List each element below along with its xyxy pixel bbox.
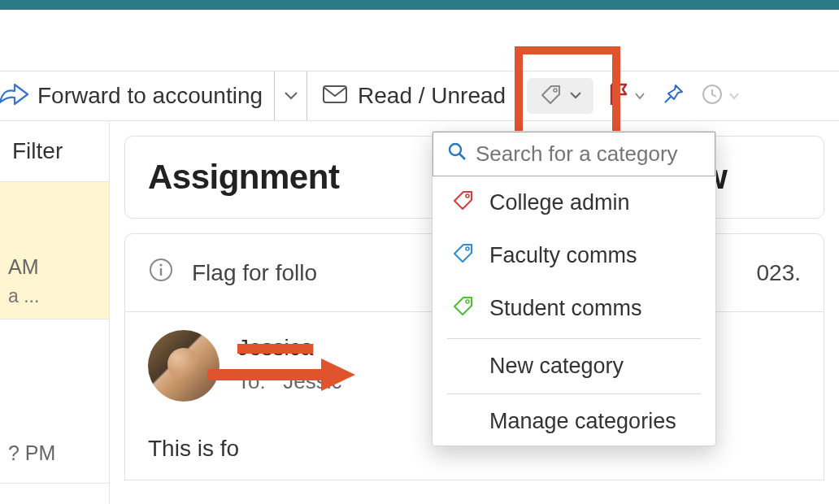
forward-icon — [0, 83, 29, 109]
manage-categories-button[interactable]: Manage categories — [433, 398, 715, 445]
tag-icon — [450, 188, 475, 218]
chevron-down-icon — [569, 89, 582, 103]
svg-point-5 — [450, 144, 461, 155]
dropdown-separator — [447, 393, 701, 394]
category-dropdown: College admin Faculty comms Student comm… — [432, 131, 716, 446]
read-unread-button[interactable]: Read / Unread — [307, 72, 520, 120]
recipients-label: To: — [237, 369, 266, 393]
svg-point-4 — [159, 263, 162, 266]
categorize-wrapper — [520, 72, 600, 120]
message-list-pane: Filter AM a ... ? PM — [0, 121, 110, 504]
category-label: Faculty comms — [489, 243, 637, 268]
window-accent-bar — [0, 0, 839, 10]
search-icon — [446, 141, 467, 167]
svg-point-6 — [466, 194, 469, 198]
read-unread-label: Read / Unread — [358, 83, 506, 109]
filter-label: Filter — [12, 138, 63, 164]
categorize-button[interactable] — [527, 78, 593, 114]
new-category-button[interactable]: New category — [433, 342, 715, 390]
reading-pane: Assignment xxxxxxxxxxxxxxxxx iew Flag fo… — [110, 121, 839, 504]
content-area: Filter AM a ... ? PM Assignment xxxxxxxx… — [0, 121, 839, 504]
snooze-button[interactable] — [693, 72, 748, 120]
filter-button[interactable]: Filter — [0, 121, 109, 182]
quickstep-group: Forward to accounting — [0, 72, 307, 120]
tag-icon — [538, 82, 563, 110]
pin-icon — [662, 83, 685, 109]
category-label: Student comms — [489, 296, 642, 321]
avatar[interactable] — [148, 330, 220, 402]
list-item-preview: a ... — [8, 285, 101, 307]
chevron-down-icon — [728, 89, 740, 103]
list-item[interactable]: AM a ... — [0, 182, 109, 319]
envelope-icon — [322, 83, 348, 110]
svg-point-1 — [554, 89, 557, 92]
subject-text-left: Assignment — [148, 158, 339, 196]
flag-text: Flag for follo — [192, 260, 317, 286]
quickstep-dropdown-button[interactable] — [274, 72, 306, 120]
category-search-field[interactable] — [433, 132, 715, 176]
pin-button[interactable] — [654, 72, 693, 120]
flag-date: 023. — [757, 260, 802, 286]
tag-icon — [450, 293, 475, 324]
svg-point-7 — [466, 247, 469, 250]
toolbar: Forward to accounting Read / Unread — [0, 71, 839, 121]
forward-to-accounting-button[interactable]: Forward to accounting — [0, 72, 274, 120]
info-icon — [148, 257, 174, 289]
manage-categories-label: Manage categories — [489, 409, 676, 434]
flag-button[interactable] — [600, 72, 654, 120]
quickstep-label: Forward to accounting — [37, 83, 263, 109]
chevron-down-icon — [634, 89, 646, 103]
clock-icon — [701, 83, 724, 109]
list-item-time: ? PM — [8, 441, 101, 465]
category-option-student-comms[interactable]: Student comms — [433, 282, 715, 335]
new-category-label: New category — [489, 354, 624, 379]
dropdown-separator — [447, 338, 701, 339]
list-item[interactable]: ? PM — [0, 319, 109, 484]
tag-icon — [450, 241, 475, 271]
svg-point-8 — [466, 300, 469, 303]
list-item-time: AM — [8, 255, 101, 279]
recipients-value: Jessic — [283, 369, 341, 393]
flag-icon — [608, 82, 629, 110]
category-option-faculty-comms[interactable]: Faculty comms — [433, 229, 715, 282]
category-label: College admin — [489, 190, 630, 215]
svg-rect-0 — [324, 86, 346, 102]
category-option-college-admin[interactable]: College admin — [433, 176, 715, 229]
chevron-down-icon — [284, 89, 298, 103]
category-search-input[interactable] — [476, 141, 740, 167]
window-header-spacer — [0, 10, 839, 71]
